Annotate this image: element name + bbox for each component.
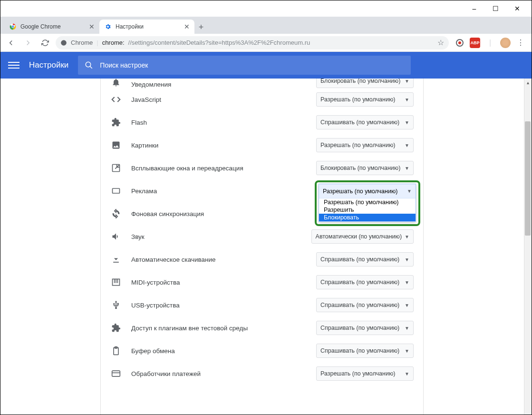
perm-row-images: Картинки Разрешать (по умолчанию)▼ — [101, 134, 423, 157]
perm-row-javascript: JavaScript Разрешать (по умолчанию)▼ — [101, 88, 423, 111]
reload-button[interactable] — [39, 36, 52, 49]
dropdown-option-block[interactable]: Блокировать — [319, 214, 416, 221]
perm-select-sound[interactable]: Автоматически (по умолчанию)▼ — [311, 229, 414, 244]
svg-rect-10 — [112, 371, 120, 376]
bell-icon — [110, 79, 122, 88]
tab-label: Настройки — [116, 23, 144, 30]
window-maximize-button[interactable]: ☐ — [485, 1, 506, 16]
perm-select-popups[interactable]: Блокировать (по умолчанию)▼ — [316, 161, 414, 175]
address-bar[interactable]: Chrome | chrome://settings/content/siteD… — [56, 36, 449, 49]
perm-select-ads-open[interactable]: Разрешать (по умолчанию)▼ Разрешать (по … — [319, 184, 416, 222]
url-path: //settings/content/siteDetails?site=http… — [128, 39, 310, 46]
site-permissions-panel: Уведомления Блокировать (по умолчанию)▼ … — [100, 79, 424, 415]
chrome-chip-icon — [60, 40, 67, 46]
menu-hamburger-button[interactable] — [8, 62, 19, 69]
adblock-extension-icon[interactable]: ABP — [470, 38, 480, 48]
url-host: chrome: — [102, 39, 125, 46]
chrome-chip-label: Chrome — [71, 39, 93, 46]
back-button[interactable] — [4, 36, 18, 49]
perm-label: Автоматическое скачивание — [131, 256, 316, 263]
perm-label: Буфер обмена — [131, 347, 316, 355]
window-minimize-button[interactable]: – — [464, 1, 485, 16]
yandex-extension-icon[interactable] — [455, 38, 465, 48]
vertical-scrollbar[interactable]: ▴ ▾ — [524, 79, 532, 415]
creditcard-icon — [110, 368, 122, 379]
gear-favicon — [104, 23, 112, 30]
perm-select-plugins[interactable]: Спрашивать (по умолчанию)▼ — [316, 321, 414, 335]
perm-select-autodownload[interactable]: Спрашивать (по умолчанию)▼ — [316, 252, 414, 267]
perm-label: Всплывающие окна и переадресация — [131, 165, 316, 172]
perm-label: Доступ к плагинам вне тестовой среды — [131, 325, 316, 332]
perm-select-payment[interactable]: Разрешать (по умолчанию)▼ — [316, 366, 414, 381]
perm-row-plugins: Доступ к плагинам вне тестовой среды Спр… — [101, 316, 423, 339]
svg-point-3 — [61, 40, 67, 46]
perm-label: Звук — [131, 233, 311, 240]
browser-menu-button[interactable]: ⋮ — [515, 38, 526, 48]
perm-row-midi: MIDI-устройства Спрашивать (по умолчанию… — [101, 271, 423, 294]
perm-label: Flash — [131, 119, 316, 126]
scrollbar-thumb[interactable] — [525, 121, 531, 236]
profile-avatar-button[interactable] — [500, 38, 511, 48]
perm-row-flash: Flash Спрашивать (по умолчанию)▼ — [101, 111, 423, 134]
chrome-favicon — [9, 23, 17, 30]
svg-point-4 — [86, 62, 91, 67]
perm-select-midi[interactable]: Спрашивать (по умолчанию)▼ — [316, 275, 414, 289]
bookmark-star-icon[interactable]: ☆ — [437, 38, 444, 47]
code-icon — [110, 94, 122, 105]
forward-button[interactable] — [21, 36, 35, 49]
clipboard-icon — [110, 345, 122, 356]
perm-label: Обработчики платежей — [131, 370, 316, 377]
scroll-up-button[interactable]: ▴ — [524, 79, 532, 86]
perm-select-images[interactable]: Разрешать (по умолчанию)▼ — [316, 138, 414, 152]
sound-icon — [110, 231, 122, 242]
perm-label: USB-устройства — [131, 302, 316, 309]
ads-icon — [110, 185, 122, 197]
dropdown-option-allow-default[interactable]: Разрешать (по умолчанию) — [319, 198, 416, 206]
tab-label: Google Chrome — [20, 23, 61, 30]
sync-icon — [110, 208, 122, 219]
svg-rect-6 — [113, 188, 120, 193]
new-tab-button[interactable]: + — [194, 20, 208, 34]
perm-select-usb[interactable]: Спрашивать (по умолчанию)▼ — [316, 298, 414, 312]
perm-row-usb: USB-устройства Спрашивать (по умолчанию)… — [101, 294, 423, 316]
browser-tabstrip: Google Chrome ✕ Настройки ✕ + — [0, 17, 532, 34]
download-icon — [110, 254, 122, 265]
tab-settings[interactable]: Настройки ✕ — [99, 20, 194, 34]
midi-icon — [110, 277, 122, 288]
perm-row-sound: Звук Автоматически (по умолчанию)▼ — [101, 225, 423, 248]
dropdown-option-allow[interactable]: Разрешить — [319, 206, 416, 214]
perm-row-notifications: Уведомления Блокировать (по умолчанию)▼ — [101, 79, 423, 88]
perm-label: JavaScript — [131, 96, 316, 103]
perm-select-notifications[interactable]: Блокировать (по умолчанию)▼ — [316, 79, 414, 88]
perm-row-autodownload: Автоматическое скачивание Спрашивать (по… — [101, 248, 423, 271]
window-titlebar: – ☐ ✕ — [0, 0, 532, 17]
puzzle-icon — [110, 117, 122, 128]
browser-toolbar: Chrome | chrome://settings/content/siteD… — [0, 34, 532, 52]
popup-icon — [110, 162, 122, 174]
puzzle-icon — [110, 322, 122, 334]
tab-close-button[interactable]: ✕ — [180, 23, 190, 30]
perm-select-flash[interactable]: Спрашивать (по умолчанию)▼ — [316, 115, 414, 129]
settings-search-input[interactable]: Поиск настроек — [78, 56, 411, 75]
settings-scroll-area: Уведомления Блокировать (по умолчанию)▼ … — [0, 79, 532, 415]
perm-label: Картинки — [131, 142, 316, 149]
perm-label: MIDI-устройства — [131, 279, 316, 286]
perm-row-payment: Обработчики платежей Разрешать (по умолч… — [101, 362, 423, 385]
image-icon — [110, 139, 122, 151]
search-icon — [85, 61, 93, 69]
dropdown-selected[interactable]: Разрешать (по умолчанию)▼ — [319, 184, 416, 198]
search-placeholder: Поиск настроек — [100, 61, 148, 69]
tab-close-button[interactable]: ✕ — [85, 23, 95, 30]
window-close-button[interactable]: ✕ — [506, 1, 528, 16]
perm-label: Уведомления — [131, 81, 316, 88]
usb-icon — [110, 299, 122, 311]
svg-point-2 — [12, 26, 14, 28]
page-title: Настройки — [29, 60, 68, 70]
tab-google-chrome[interactable]: Google Chrome ✕ — [4, 20, 99, 34]
perm-select-javascript[interactable]: Разрешать (по умолчанию)▼ — [316, 92, 414, 107]
settings-header: Настройки Поиск настроек — [0, 52, 532, 79]
perm-select-clipboard[interactable]: Спрашивать (по умолчанию)▼ — [316, 344, 414, 358]
perm-row-clipboard: Буфер обмена Спрашивать (по умолчанию)▼ — [101, 339, 423, 362]
perm-row-popups: Всплывающие окна и переадресация Блокиро… — [101, 157, 423, 179]
